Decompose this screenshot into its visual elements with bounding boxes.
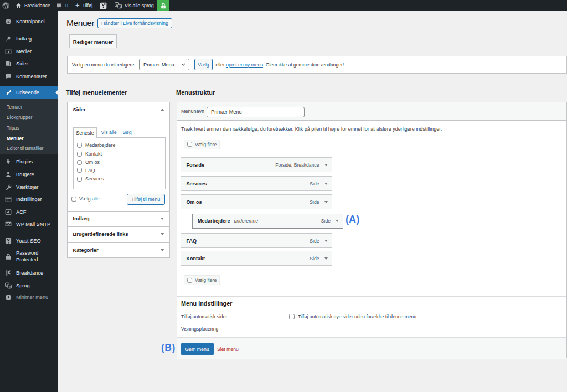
svg-text:文: 文 [119,5,122,8]
svg-text:文: 文 [9,285,12,288]
